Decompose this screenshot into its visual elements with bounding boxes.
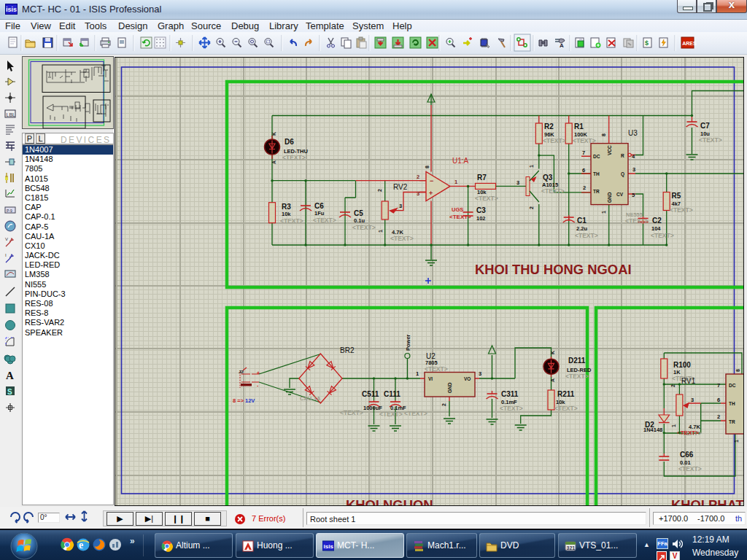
svg-text:2: 2 [717,413,720,420]
svg-text:−: − [430,177,433,184]
svg-text:2: 2 [377,189,382,192]
svg-text:RV2: RV2 [393,183,408,191]
svg-text:A: A [6,370,14,381]
svg-text:<TEXT>: <TEXT> [678,465,702,472]
svg-text:<TEXT>: <TEXT> [625,217,649,225]
svg-text:TH: TH [729,401,735,406]
svg-text:2.2u: 2.2u [576,225,587,232]
svg-text:1: 1 [416,370,419,377]
svg-text:C5: C5 [354,209,363,217]
svg-text:<TEXT>: <TEXT> [565,373,589,380]
svg-text:Q3: Q3 [543,174,553,182]
svg-text:3: 3 [479,370,481,377]
svg-text:2: 2 [670,384,676,387]
svg-text:321: 321 [567,545,576,551]
svg-text:GND: GND [447,382,452,393]
svg-text:<TEXT>: <TEXT> [670,206,693,214]
svg-text:KHOI NGUON: KHOI NGUON [346,497,433,505]
svg-text:$: $ [645,39,649,47]
svg-text:VCC: VCC [607,145,612,155]
svg-text:0.1u: 0.1u [354,217,365,224]
svg-text:D211: D211 [568,357,586,365]
svg-text:<TEXT>: <TEXT> [425,365,448,373]
svg-text:KHOI THU HONG NGOAI: KHOI THU HONG NGOAI [475,262,632,277]
svg-text:8: 8 [601,133,606,136]
svg-text:+: + [429,190,433,197]
svg-text:12V: 12V [245,397,255,404]
svg-text:5: 5 [632,192,635,198]
svg-text:VO: VO [464,376,471,381]
svg-text:C511: C511 [362,390,379,398]
svg-text:C7: C7 [700,122,710,130]
svg-text:1Fu: 1Fu [314,210,325,217]
svg-text:104: 104 [651,225,661,232]
svg-text:2: 2 [441,403,446,406]
svg-text:8: 8 [735,369,740,372]
svg-text:R211: R211 [557,390,575,398]
svg-text:+: + [257,370,260,376]
svg-text:1N4148: 1N4148 [643,427,662,433]
svg-text:R: R [621,153,624,158]
svg-text:CV: CV [616,192,624,197]
svg-text:TR: TR [729,419,735,424]
svg-text:3: 3 [417,190,419,197]
svg-text:K: K [271,132,276,136]
svg-text:<TEXT>: <TEXT> [280,217,303,225]
svg-text:1: 1 [454,179,457,185]
svg-text:10k: 10k [282,211,291,217]
svg-text:3: 3 [632,166,635,173]
svg-text:LBL: LBL [7,112,16,117]
svg-text:D6: D6 [285,138,294,146]
svg-text:A: A [560,42,564,49]
svg-text:TR: TR [593,189,600,194]
svg-text:<TEXT>: <TEXT> [573,137,596,144]
svg-text:7: 7 [582,149,585,156]
svg-text:VI: VI [428,376,433,381]
svg-text:<TEXT>: <TEXT> [475,195,498,202]
svg-text:<TEXT>: <TEXT> [390,235,414,242]
svg-text:Power: Power [405,334,411,351]
svg-text:7: 7 [717,382,720,389]
svg-text:1: 1 [601,211,606,214]
svg-text:C311: C311 [501,390,519,398]
svg-text:<TEXT>: <TEXT> [554,405,578,412]
svg-text:<TEXT>: <TEXT> [282,154,306,161]
svg-text:<TEXT>: <TEXT> [352,224,376,231]
svg-text:C3: C3 [476,206,486,214]
svg-text:1: 1 [671,424,676,427]
svg-text:<TEXT>: <TEXT> [449,214,471,220]
svg-text:RV1: RV1 [681,377,696,385]
svg-text:<TEXT>: <TEXT> [543,137,566,144]
svg-text:6: 6 [582,167,585,174]
svg-text:C1: C1 [577,217,587,225]
svg-text:<TEXT>: <TEXT> [340,409,363,416]
svg-text:DC: DC [593,154,600,159]
svg-text:<TEXT>: <TEXT> [699,136,722,144]
svg-text:R7: R7 [477,174,487,182]
svg-text:UGS: UGS [452,206,463,213]
svg-text:KHOI PHAT: KHOI PHAT [671,497,743,505]
svg-text:CAU-1A: CAU-1A [300,395,321,402]
svg-text:6: 6 [717,397,720,403]
svg-text:R3: R3 [282,203,291,211]
svg-text:102: 102 [476,215,486,222]
svg-text:TH: TH [593,171,600,176]
svg-text:V: V [5,237,8,241]
svg-text:Q: Q [621,171,624,177]
svg-text:2: 2 [417,174,419,180]
svg-text:A: A [550,378,555,382]
svg-text:BR2: BR2 [340,346,355,354]
svg-text:8: 8 [425,166,430,168]
svg-text:U3: U3 [628,129,638,137]
svg-text:8 =>: 8 => [233,397,244,404]
svg-text:K: K [550,351,555,354]
svg-text:<TEXT>: <TEXT> [500,405,523,412]
svg-text:<TEXT>: <TEXT> [313,217,336,224]
svg-text:<TEXT>: <TEXT> [379,411,403,418]
svg-text:3: 3 [516,179,519,186]
svg-text:R2: R2 [544,122,554,131]
svg-text:1: 1 [529,165,534,168]
svg-text:DC: DC [729,383,736,388]
svg-text:U1:A: U1:A [452,157,469,165]
svg-text:2: 2 [583,184,586,191]
